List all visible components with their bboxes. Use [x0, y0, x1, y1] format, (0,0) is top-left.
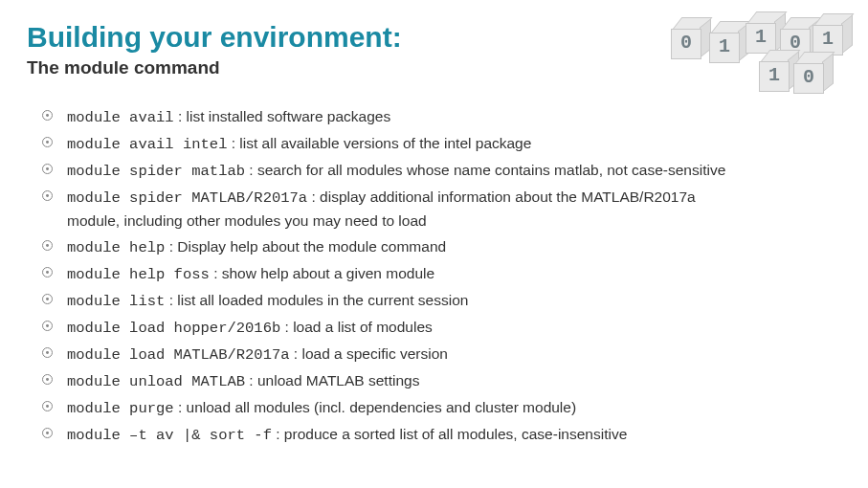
command-text: module help foss — [67, 266, 210, 283]
list-item: module load MATLAB/R2017a : load a speci… — [40, 343, 841, 366]
command-desc: : show help about a given module — [210, 265, 434, 281]
command-desc: : Display help about the module command — [165, 238, 446, 255]
command-text: module help — [67, 239, 165, 256]
command-desc: : unload all modules (incl. dependencies… — [174, 399, 576, 415]
cube-face: 1 — [709, 33, 740, 63]
command-text: module load MATLAB/R2017a — [67, 346, 290, 364]
command-desc: : load a specific version — [290, 345, 448, 362]
list-item: module help : Display help about the mod… — [40, 235, 841, 259]
command-desc: : list all available versions of the int… — [227, 135, 531, 151]
list-item: module purge : unload all modules (incl.… — [40, 396, 841, 420]
command-text: module purge — [67, 400, 174, 417]
command-desc: : display additional information about t… — [307, 189, 696, 205]
list-item: module avail intel : list all available … — [40, 132, 841, 156]
command-text: module load hopper/2016b — [67, 320, 280, 337]
list-item: module list : list all loaded modules in… — [40, 289, 841, 313]
command-text: module unload MATLAB — [67, 373, 245, 390]
list-item: module spider matlab : search for all mo… — [40, 159, 841, 183]
command-text: module avail intel — [67, 136, 227, 153]
command-text: module list — [67, 293, 165, 310]
list-item: module avail : list installed software p… — [40, 105, 841, 129]
command-desc-continuation: module, including other modules you may … — [67, 210, 841, 233]
command-list: module avail : list installed software p… — [27, 105, 841, 447]
list-item: module spider MATLAB/R2017a : display ad… — [40, 186, 841, 233]
list-item: module load hopper/2016b : load a list o… — [40, 316, 841, 340]
command-text: module avail — [67, 109, 174, 126]
cube-face: 1 — [759, 61, 790, 92]
cube-face: 0 — [671, 29, 701, 59]
command-desc: : produce a sorted list of all modules, … — [272, 426, 627, 442]
list-item: module help foss : show help about a giv… — [40, 262, 841, 286]
command-text: module –t av |& sort -f — [67, 427, 272, 444]
command-desc: : list installed software packages — [174, 108, 391, 124]
command-desc: : load a list of modules — [280, 319, 433, 335]
list-item: module unload MATLAB : unload MATLAB set… — [40, 369, 841, 393]
command-desc: : search for all modules whose name cont… — [245, 162, 725, 178]
command-text: module spider MATLAB/R2017a — [67, 189, 307, 207]
decorative-cubes: 0 1 1 0 1 1 0 — [665, 8, 857, 94]
command-desc: : list all loaded modules in the current… — [165, 292, 468, 308]
list-item: module –t av |& sort -f : produce a sort… — [40, 423, 841, 447]
cube-face: 0 — [793, 63, 824, 94]
command-desc: : unload MATLAB settings — [245, 372, 419, 388]
command-text: module spider matlab — [67, 163, 245, 180]
